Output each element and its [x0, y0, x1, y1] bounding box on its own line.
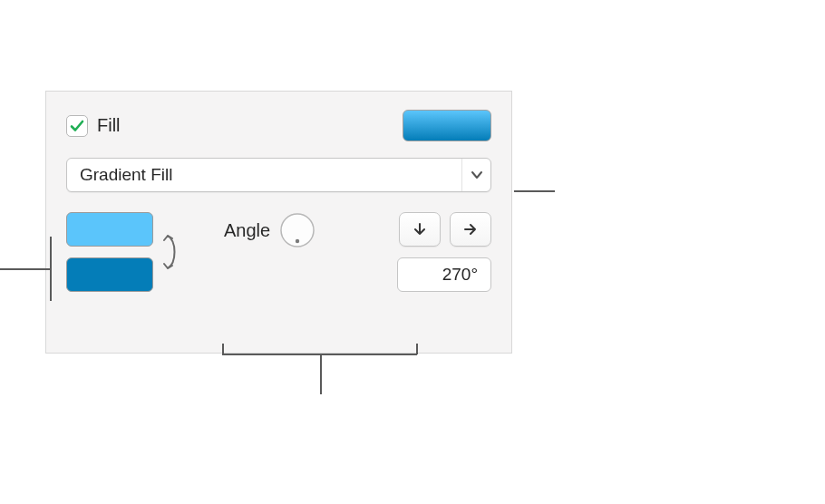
- fill-checkbox[interactable]: [66, 115, 88, 137]
- callout-line: [320, 354, 322, 394]
- svg-point-1: [296, 239, 299, 243]
- fill-label: Fill: [97, 115, 121, 136]
- arrow-down-icon: [412, 222, 427, 237]
- dial-icon: [279, 212, 315, 248]
- swap-arrow-icon: [160, 230, 179, 274]
- angle-value-field[interactable]: 270°: [397, 257, 491, 292]
- fill-type-dropdown[interactable]: Gradient Fill: [66, 158, 491, 192]
- fill-panel: Fill Gradient Fill Angle: [45, 91, 512, 354]
- angle-section: Angle: [224, 212, 315, 248]
- gradient-controls: Angle: [66, 212, 491, 292]
- direction-buttons: [399, 212, 491, 247]
- angle-value: 270°: [442, 265, 478, 285]
- callout-line: [222, 354, 417, 355]
- callout-line: [0, 268, 50, 270]
- angle-label: Angle: [224, 220, 270, 241]
- callout-line: [50, 237, 52, 301]
- checkmark-icon: [69, 118, 85, 134]
- angle-dial[interactable]: [279, 212, 315, 248]
- gradient-color-2[interactable]: [66, 257, 153, 292]
- angle-right-controls: 270°: [397, 212, 491, 292]
- chevron-down-icon: [461, 159, 490, 191]
- fill-preview-swatch[interactable]: [403, 110, 491, 141]
- callout-line: [514, 190, 555, 192]
- direction-right-button[interactable]: [450, 212, 491, 247]
- arrow-right-icon: [463, 222, 478, 237]
- direction-down-button[interactable]: [399, 212, 441, 247]
- gradient-color-1[interactable]: [66, 212, 153, 247]
- fill-header-left: Fill: [66, 115, 121, 137]
- swap-colors-button[interactable]: [159, 228, 180, 276]
- callout-line: [416, 344, 418, 354]
- gradient-color-wells: [66, 212, 153, 292]
- callout-line: [222, 344, 224, 354]
- dropdown-selected-label: Gradient Fill: [80, 165, 172, 185]
- fill-header: Fill: [66, 110, 491, 141]
